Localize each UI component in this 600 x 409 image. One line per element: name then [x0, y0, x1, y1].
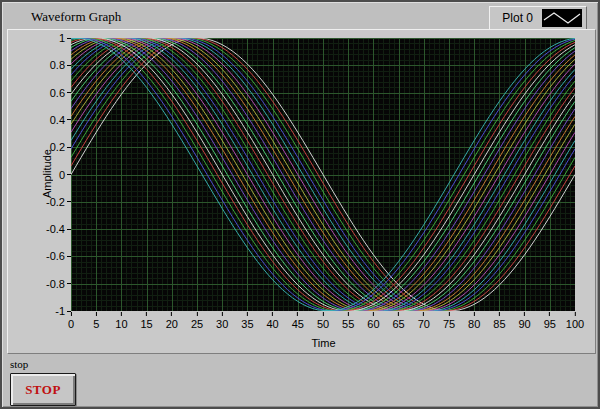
y-tick: -0.2 [46, 196, 71, 208]
plot-legend[interactable]: Plot 0 [489, 6, 587, 30]
y-tick: 0.6 [50, 87, 71, 99]
x-tick: 25 [191, 312, 203, 330]
x-tick: 30 [216, 312, 228, 330]
x-tick: 60 [367, 312, 379, 330]
x-tick: 85 [493, 312, 505, 330]
waveform-graph-widget: Amplitude 10.80.60.40.20-0.2-0.4-0.6-0.8… [7, 29, 596, 354]
x-axis-label: Time [71, 337, 576, 349]
y-tick: 1 [59, 32, 71, 44]
x-tick: 90 [518, 312, 530, 330]
x-tick: 40 [266, 312, 278, 330]
y-axis-ticks: 10.80.60.40.20-0.2-0.4-0.6-0.8-1 [8, 38, 71, 311]
legend-plot-label: Plot 0 [502, 11, 533, 25]
y-tick: -0.8 [46, 278, 71, 290]
x-tick: 65 [392, 312, 404, 330]
x-tick: 20 [166, 312, 178, 330]
x-tick: 95 [544, 312, 556, 330]
x-tick: 70 [418, 312, 430, 330]
x-tick: 10 [115, 312, 127, 330]
x-tick: 75 [443, 312, 455, 330]
x-tick: 80 [468, 312, 480, 330]
x-tick: 100 [566, 312, 584, 330]
y-tick: 0.2 [50, 141, 71, 153]
x-tick: 45 [292, 312, 304, 330]
x-axis-ticks: 0510152025303540455055606570758085909510… [71, 312, 576, 338]
y-tick: -0.6 [46, 250, 71, 262]
x-tick: 50 [317, 312, 329, 330]
y-tick: 0.4 [50, 114, 71, 126]
x-tick: 15 [140, 312, 152, 330]
stop-button[interactable]: STOP [10, 373, 76, 406]
y-tick: 0 [59, 169, 71, 181]
y-tick: 0.8 [50, 59, 71, 71]
x-tick: 35 [241, 312, 253, 330]
stop-control-label: stop [10, 358, 28, 370]
x-tick: 55 [342, 312, 354, 330]
graph-title: Waveform Graph [31, 9, 121, 25]
y-tick: -0.4 [46, 223, 71, 235]
plot-canvas[interactable] [71, 38, 575, 311]
x-tick: 5 [93, 312, 99, 330]
waveform-line-icon[interactable] [542, 9, 582, 27]
labview-front-panel: Waveform Graph Plot 0 Amplitude 10.80.60… [0, 0, 600, 409]
x-tick: 0 [68, 312, 74, 330]
